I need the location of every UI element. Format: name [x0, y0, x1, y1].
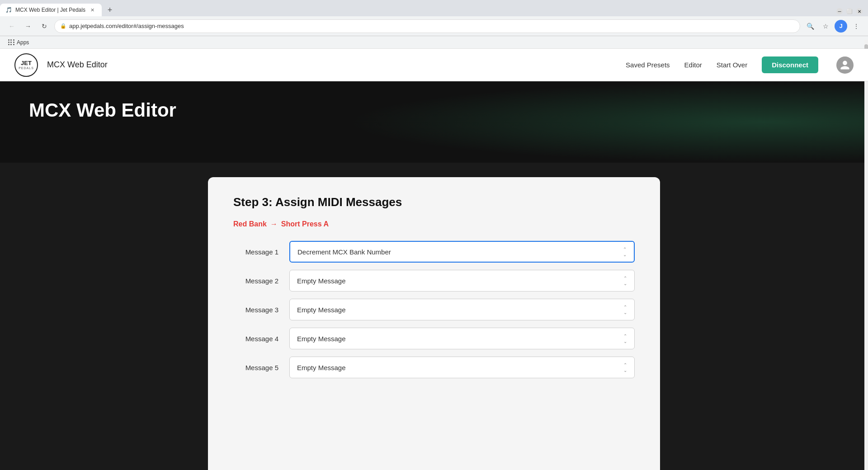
profile-avatar[interactable]: J — [835, 20, 847, 33]
message-label-3: Message 3 — [233, 306, 278, 314]
user-avatar[interactable] — [836, 56, 854, 74]
select-arrows-2: ⌃ ⌄ — [623, 276, 627, 286]
select-arrows-3: ⌃ ⌄ — [623, 305, 627, 315]
maximize-button[interactable]: ⬜ — [846, 8, 853, 14]
message-select-4[interactable]: Empty Message ⌃ ⌄ — [289, 328, 635, 349]
message-label-1: Message 1 — [233, 248, 278, 256]
browser-chrome: 🎵 MCX Web Editor | Jet Pedals ✕ + ─ ⬜ ✕ … — [0, 0, 868, 49]
hero-title: MCX Web Editor — [29, 99, 176, 121]
tab-close-button[interactable]: ✕ — [89, 6, 96, 14]
app-title: MCX Web Editor — [47, 60, 108, 70]
logo-circle: JET PEDALS — [14, 53, 38, 77]
logo-subtitle: PEDALS — [19, 66, 34, 70]
bookmark-star-icon[interactable]: ☆ — [819, 20, 832, 33]
browser-tabs-bar: 🎵 MCX Web Editor | Jet Pedals ✕ + ─ ⬜ ✕ — [0, 0, 868, 16]
message-value-2: Empty Message — [297, 277, 346, 285]
logo-area: JET PEDALS MCX Web Editor — [14, 53, 108, 77]
message-row-2: Message 2 Empty Message ⌃ ⌄ — [233, 270, 635, 291]
message-label-5: Message 5 — [233, 364, 278, 371]
message-value-5: Empty Message — [297, 364, 346, 371]
url-text: app.jetpedals.com/editor#/assign-message… — [69, 23, 184, 29]
message-select-5[interactable]: Empty Message ⌃ ⌄ — [289, 357, 635, 378]
editor-link[interactable]: Editor — [684, 61, 702, 69]
browser-toolbar: ← → ↻ 🔒 app.jetpedals.com/editor#/assign… — [0, 16, 868, 36]
menu-icon[interactable]: ⋮ — [850, 20, 863, 33]
tab-title: MCX Web Editor | Jet Pedals — [15, 7, 85, 13]
app-header: JET PEDALS MCX Web Editor Saved Presets … — [0, 49, 868, 81]
logo-text: JET — [19, 60, 34, 66]
message-row-1: Message 1 Decrement MCX Bank Number ⌃ ⌄ — [233, 241, 635, 263]
select-arrows-1: ⌃ ⌄ — [623, 247, 627, 257]
start-over-link[interactable]: Start Over — [717, 61, 747, 69]
bank-breadcrumb: Red Bank → Short Press A — [233, 220, 635, 228]
bank-name: Red Bank — [233, 220, 267, 228]
saved-presets-link[interactable]: Saved Presets — [626, 61, 670, 69]
main-content: Step 3: Assign MIDI Messages Red Bank → … — [0, 163, 868, 470]
forward-button[interactable]: → — [22, 20, 34, 33]
select-arrows-5: ⌃ ⌄ — [623, 362, 627, 373]
page: JET PEDALS MCX Web Editor Saved Presets … — [0, 49, 868, 470]
step-title: Step 3: Assign MIDI Messages — [233, 195, 635, 209]
message-select-1[interactable]: Decrement MCX Bank Number ⌃ ⌄ — [289, 241, 635, 263]
arrow-icon: → — [270, 220, 278, 228]
assignment-card: Step 3: Assign MIDI Messages Red Bank → … — [208, 177, 660, 470]
toolbar-right: 🔍 ☆ J ⋮ — [804, 20, 863, 33]
bookmarks-bar: Apps — [0, 36, 868, 49]
new-tab-button[interactable]: + — [104, 4, 116, 16]
message-select-2[interactable]: Empty Message ⌃ ⌄ — [289, 270, 635, 291]
reload-button[interactable]: ↻ — [38, 20, 51, 33]
apps-label: Apps — [17, 39, 29, 46]
message-value-1: Decrement MCX Bank Number — [297, 248, 391, 256]
disconnect-button[interactable]: Disconnect — [762, 56, 818, 73]
message-value-3: Empty Message — [297, 306, 346, 314]
message-select-3[interactable]: Empty Message ⌃ ⌄ — [289, 299, 635, 320]
press-name: Short Press A — [281, 220, 329, 228]
message-row-3: Message 3 Empty Message ⌃ ⌄ — [233, 299, 635, 320]
tab-favicon: 🎵 — [5, 7, 12, 13]
message-label-2: Message 2 — [233, 277, 278, 285]
hero-section: MCX Web Editor — [0, 81, 868, 163]
minimize-button[interactable]: ─ — [836, 8, 843, 14]
select-arrows-4: ⌃ ⌄ — [623, 334, 627, 344]
back-button[interactable]: ← — [5, 20, 18, 33]
active-tab[interactable]: 🎵 MCX Web Editor | Jet Pedals ✕ — [0, 4, 102, 16]
address-bar[interactable]: 🔒 app.jetpedals.com/editor#/assign-messa… — [54, 19, 800, 33]
lock-icon: 🔒 — [60, 23, 66, 29]
message-row-4: Message 4 Empty Message ⌃ ⌄ — [233, 328, 635, 349]
user-icon — [840, 60, 850, 70]
apps-grid-icon — [8, 39, 14, 46]
zoom-icon[interactable]: 🔍 — [804, 20, 816, 33]
header-nav: Saved Presets Editor Start Over Disconne… — [626, 56, 854, 74]
message-label-4: Message 4 — [233, 335, 278, 343]
message-value-4: Empty Message — [297, 335, 346, 343]
close-button[interactable]: ✕ — [856, 8, 863, 14]
message-row-5: Message 5 Empty Message ⌃ ⌄ — [233, 357, 635, 378]
page-scrollbar[interactable] — [864, 40, 868, 470]
apps-bookmark[interactable]: Apps — [5, 38, 32, 47]
